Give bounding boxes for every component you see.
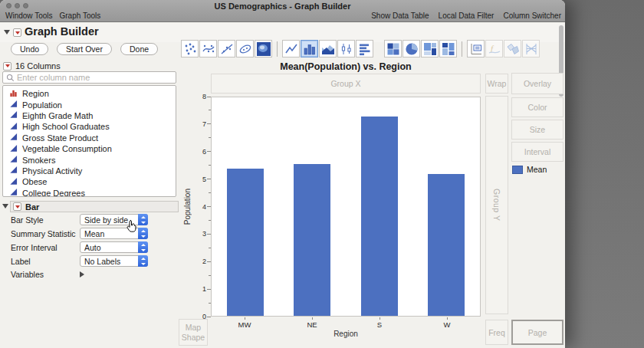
column-item-physical-activity[interactable]: Physical Activity	[3, 166, 176, 176]
mosaic-icon[interactable]	[439, 40, 457, 57]
bars-container	[212, 97, 480, 316]
continuous-column-icon	[9, 166, 18, 176]
area-chart-icon[interactable]	[319, 40, 337, 57]
property-row-summary-statistic: Summary StatisticMean	[11, 228, 179, 239]
heatmap-icon[interactable]	[384, 40, 402, 57]
undo-button[interactable]: Undo	[11, 43, 48, 55]
contour-icon[interactable]	[255, 40, 272, 57]
parallel-plot-icon[interactable]	[522, 40, 540, 57]
column-item-obese[interactable]: Obese	[3, 176, 176, 187]
treemap-icon[interactable]	[421, 40, 439, 57]
columns-count-row: 16 Columns	[3, 61, 61, 71]
dropzone-freq[interactable]: Freq	[485, 320, 508, 345]
bar-panel-collapse-icon[interactable]	[2, 204, 8, 208]
column-item-population[interactable]: Population	[3, 99, 176, 110]
column-item-smokers[interactable]: Smokers	[3, 154, 176, 165]
dropdown-stepper-icon[interactable]	[138, 214, 148, 225]
bar-s[interactable]	[361, 117, 398, 316]
column-item-vegetable-consumption[interactable]: Vegetable Consumption	[3, 143, 176, 154]
local-data-filter-button[interactable]: Local Data Filter	[439, 11, 495, 20]
scatter-icon[interactable]	[181, 40, 199, 57]
menu-graph-tools[interactable]: Graph Tools	[60, 11, 101, 20]
summary-statistic-dropdown[interactable]: Mean	[80, 228, 148, 239]
column-item-college-degrees[interactable]: College Degrees	[3, 188, 176, 197]
bar-chart-icon[interactable]	[301, 40, 318, 57]
bar-red-triangle-icon[interactable]	[13, 202, 21, 211]
dropdown-stepper-icon[interactable]	[138, 255, 148, 267]
column-list[interactable]: RegionPopulationEighth Grade MathHigh Sc…	[2, 85, 176, 197]
bar-ne[interactable]	[294, 164, 330, 316]
bar-style-dropdown[interactable]: Side by side	[80, 214, 148, 225]
dropdown-stepper-icon[interactable]	[138, 228, 148, 239]
dropzone-size[interactable]: Size	[511, 120, 564, 140]
dropdown-value: Auto	[80, 243, 101, 252]
show-data-table-button[interactable]: Show Data Table	[371, 11, 429, 20]
caption-box-icon[interactable]	[467, 40, 485, 57]
element-toolbar: f	[181, 40, 540, 57]
menu-window-tools[interactable]: Window Tools	[5, 11, 53, 20]
variables-expand-icon[interactable]	[80, 271, 84, 277]
toolbar-separator	[277, 41, 278, 57]
ellipse-icon[interactable]	[236, 40, 254, 57]
column-item-region[interactable]: Region	[3, 88, 176, 99]
start-over-button[interactable]: Start Over	[57, 43, 112, 55]
continuous-column-icon	[9, 188, 18, 197]
box-plot-icon[interactable]	[337, 40, 355, 57]
red-triangle-menu-icon[interactable]	[13, 28, 21, 37]
bar-slot-ne	[279, 97, 347, 316]
action-buttons: UndoStart OverDone	[11, 43, 158, 55]
y-tick-label: 8	[191, 93, 206, 100]
dropzone-wrap[interactable]: Wrap	[485, 74, 508, 94]
report-title: Graph Builder	[25, 25, 99, 38]
column-search[interactable]	[2, 71, 176, 84]
x-axis: MWNESW	[211, 317, 481, 329]
dropzone-page[interactable]: Page	[511, 320, 564, 345]
line-of-fit-icon[interactable]	[218, 40, 235, 57]
dropzone-map-shape[interactable]: Map Shape	[179, 319, 208, 346]
bar-slot-s	[346, 97, 413, 316]
map-shapes-icon[interactable]	[504, 40, 521, 57]
column-item-eighth-grade-math[interactable]: Eighth Grade Math	[3, 110, 176, 121]
bar-slot-mw	[212, 97, 279, 316]
label-dropdown[interactable]: No Labels	[80, 255, 148, 267]
y-tick-label: 4	[191, 203, 206, 211]
bar-horizontal-icon[interactable]	[356, 40, 373, 57]
x-tick-label: MW	[238, 320, 251, 329]
formula-icon[interactable]: f	[485, 40, 503, 57]
column-switcher-button[interactable]: Column Switcher	[503, 11, 561, 20]
columns-count-label: 16 Columns	[15, 61, 61, 71]
bar-mw[interactable]	[227, 169, 264, 316]
column-label: Physical Activity	[22, 166, 82, 176]
columns-red-triangle-icon[interactable]	[3, 62, 12, 71]
error-interval-dropdown[interactable]: Auto	[80, 241, 148, 253]
dropdown-stepper-icon[interactable]	[138, 241, 148, 253]
column-label: High School Graduates	[22, 122, 110, 131]
pie-chart-icon[interactable]	[402, 40, 420, 57]
bar-panel-header: Bar	[10, 201, 179, 212]
legend-label: Mean	[527, 165, 547, 174]
continuous-column-icon	[9, 133, 18, 143]
dropzone-group-x[interactable]: Group X	[211, 74, 481, 94]
app-window: US Demographics - Graph Builder Window T…	[0, 0, 565, 348]
column-search-input[interactable]	[17, 73, 172, 82]
x-tick-mark	[380, 317, 380, 320]
column-item-high-school-graduates[interactable]: High School Graduates	[3, 121, 176, 132]
done-button[interactable]: Done	[120, 43, 158, 55]
dropzone-interval[interactable]: Interval	[511, 142, 564, 162]
bar-w[interactable]	[428, 174, 465, 316]
nominal-column-icon	[9, 89, 18, 99]
dropzone-group-y[interactable]: Group Y	[485, 96, 508, 314]
y-tick-label: 0	[191, 313, 206, 320]
x-tick-ne: NE	[278, 317, 346, 329]
x-tick-label: NE	[307, 320, 317, 329]
column-item-gross-state-product[interactable]: Gross State Product	[3, 133, 176, 143]
svg-text:f: f	[491, 44, 495, 53]
column-label: College Degrees	[22, 189, 85, 197]
dropzone-color[interactable]: Color	[511, 97, 564, 117]
plot-area[interactable]	[211, 97, 481, 317]
collapse-triangle-icon[interactable]	[4, 30, 10, 34]
line-chart-icon[interactable]	[282, 40, 300, 57]
property-row-label: LabelNo Labels	[11, 255, 179, 267]
smoother-icon[interactable]	[199, 40, 217, 57]
dropzone-overlay[interactable]: Overlay	[511, 73, 564, 94]
